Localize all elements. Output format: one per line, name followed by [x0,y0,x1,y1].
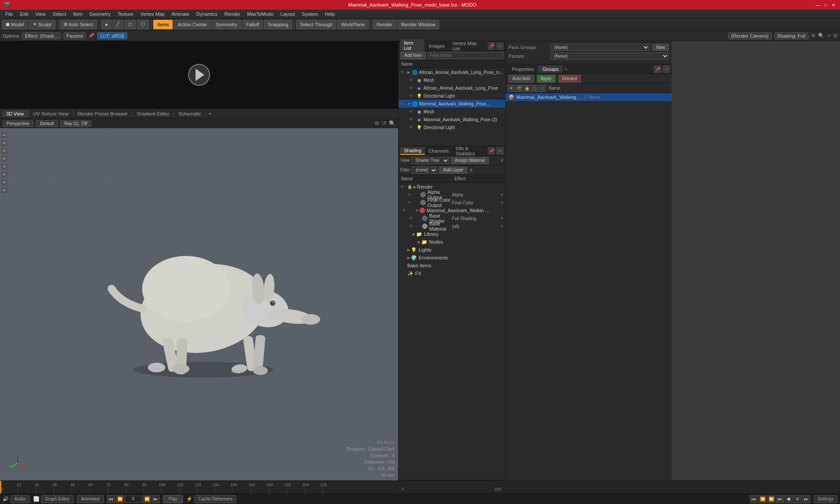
shader-base-material[interactable]: 👁 Base Material (all) ▼ [399,222,505,230]
add-tab-button[interactable]: + [206,109,214,118]
eye-icon[interactable]: 👁 [409,117,415,122]
panel-expand-icon[interactable]: ⤢ [497,42,504,49]
passes-select[interactable]: (None) [550,52,669,60]
tab-info-statistics[interactable]: Info & Statistics [452,145,488,157]
graph-editor-button[interactable]: Graph Editor [41,495,74,503]
audio-button[interactable]: Audio [10,495,30,503]
tab-uv-texture[interactable]: UV Texture View [29,110,74,117]
shader-lights[interactable]: ▶ 💡 Lights [399,246,505,254]
vp-settings-icon[interactable]: ⚙ [374,120,379,126]
new-pass-button[interactable]: New [652,44,669,51]
shader-bake-items[interactable]: Bake Items [399,262,505,270]
eye-icon[interactable]: 👁 [409,224,416,228]
add-layer-button[interactable]: Add Layer [439,167,467,174]
shader-fx[interactable]: ✨ FX [399,270,505,277]
pass-groups-select[interactable]: (None) [550,44,650,51]
shading-expand-icon[interactable]: ⤢ [497,147,504,154]
close-button[interactable]: ✕ [830,2,836,8]
menu-system[interactable]: System [298,10,322,18]
transport-7-icon[interactable]: ⏭ [802,495,810,503]
menu-help[interactable]: Help [322,10,339,18]
zoom-icon[interactable]: ⤢ [827,33,831,38]
effect-display[interactable]: Effect: (Shadi... [22,32,61,39]
auto-select-button[interactable]: ⊞ Auto Select [60,20,97,29]
assign-material-button[interactable]: Assign Material [451,157,489,164]
next-frame-button[interactable]: ⏩ [143,495,151,503]
menu-dynamics[interactable]: Dynamics [193,10,221,18]
add-item-button[interactable]: Add Item [400,52,426,60]
tab-render-preset[interactable]: Render Preset Browser [74,110,133,117]
default-button[interactable]: Default [36,120,58,127]
viewport-3d[interactable]: Perspective Default Ray GL: Off ⚙ ↺ 🔍 👁 … [0,119,398,480]
tab-images[interactable]: Images [425,42,448,49]
auto-add-button[interactable]: Auto Add [508,75,534,83]
play-button[interactable] [188,64,210,86]
eye-toggle-icon[interactable]: 👁 [508,85,514,92]
tab-vertex-map-list[interactable]: Vertex Map List [449,40,487,52]
menu-render[interactable]: Render [221,10,244,18]
shading-pin-icon[interactable]: 📌 [488,147,495,154]
transport-1-icon[interactable]: ⏮ [750,495,758,503]
eye-icon[interactable]: 👁 [409,125,415,130]
render-window-button[interactable]: Render Window [397,20,439,29]
falloff-button[interactable]: Falloff [242,20,263,29]
mode-sculpt-button[interactable]: ✦ Sculpt [29,20,56,29]
groups-content[interactable]: 📦 Mammal_Aardvark_Walking ... 17 Items [506,93,672,480]
dropdown-icon[interactable]: ▼ [500,217,504,220]
transport-3-icon[interactable]: ⏩ [767,495,775,503]
render-camera-display[interactable]: (Render Camera) [728,32,772,39]
add-tab-icon[interactable]: + [564,66,567,72]
apply-button[interactable]: Apply [537,75,556,83]
shader-final-color[interactable]: 👁 Final Color Output Final Color ▼ [399,199,505,206]
right-expand-icon[interactable]: ⤢ [663,66,670,73]
animated-button[interactable]: Animated [77,495,103,503]
vp-rotate-icon[interactable]: ↺ [382,120,386,126]
skip-start-button[interactable]: ⏮ [107,495,115,503]
tab-gradient[interactable]: Gradient Editor [133,110,174,117]
edge-select-button[interactable]: ╱ [112,20,123,29]
eye-icon[interactable]: 👁 [402,208,409,213]
menu-item[interactable]: Item [70,10,86,18]
eye-icon[interactable]: 👁 [400,70,406,74]
menu-select[interactable]: Select [49,10,70,18]
eye-icon[interactable]: 👁 [409,94,415,98]
select-toggle-icon[interactable]: ⬡ [531,85,538,92]
action-center-button[interactable]: Action Center [174,20,211,29]
prev-frame-button[interactable]: ⏪ [116,495,124,503]
menu-geometry[interactable]: Geometry [86,10,114,18]
shader-nodes[interactable]: ▶ 📁 Nodes [399,238,505,246]
tab-channels[interactable]: Channels [425,147,452,154]
eye-icon[interactable]: 👁 [409,78,415,82]
filter-select[interactable]: (none) [412,167,438,174]
settings-icon[interactable]: ⚙ [811,33,816,38]
tab-item-list[interactable]: Item List [400,39,424,52]
menu-edit[interactable]: Edit [17,10,32,18]
lock-toggle-icon[interactable]: 🔒 [523,85,530,92]
search-icon[interactable]: 🔍 [818,33,824,38]
tab-schematic[interactable]: Schematic [174,110,206,117]
tab-3d-view[interactable]: 3D View [2,110,29,117]
transport-5-icon[interactable]: ⏺ [785,495,793,503]
item-list-content[interactable]: 👁 ▶ 🌐 African_Animal_Aardvark_Lying_Pose… [399,68,505,146]
eye-icon[interactable]: 👁 [407,200,414,205]
dropdown-icon[interactable]: ▼ [500,224,504,228]
eye-icon[interactable]: 👁 [400,102,406,106]
shader-tree-select[interactable]: Shader Tree [412,157,449,164]
right-pin-icon[interactable]: 📌 [654,66,661,73]
snapping-button[interactable]: Snapping [264,20,292,29]
cache-deformers-button[interactable]: Cache Deformers [194,495,236,503]
dropdown-icon[interactable]: ▼ [500,193,504,197]
tab-shading[interactable]: Shading [400,147,425,155]
discard-button[interactable]: Discard [558,75,581,83]
minimize-button[interactable]: — [815,2,821,8]
item-select-button[interactable]: ⬡ [137,20,149,29]
lut-display[interactable]: LUT: sRGB [97,32,127,39]
transport-2-icon[interactable]: ⏪ [759,495,766,503]
menu-layout[interactable]: Layout [277,10,298,18]
tree-item-dir-light-2[interactable]: 👁 💡 Directional Light [399,123,505,131]
shader-environments[interactable]: ▶ 🌍 Environments [399,254,505,262]
tree-item-african-aardvark[interactable]: 👁 ◈ African_Animal_Aardvark_Lying_Pose [399,84,505,92]
workplane-button[interactable]: WorkPlane [337,20,369,29]
symmetry-button[interactable]: Symmetry [212,20,242,29]
tree-item-mesh-2[interactable]: 👁 ◼ Mesh [399,108,505,116]
